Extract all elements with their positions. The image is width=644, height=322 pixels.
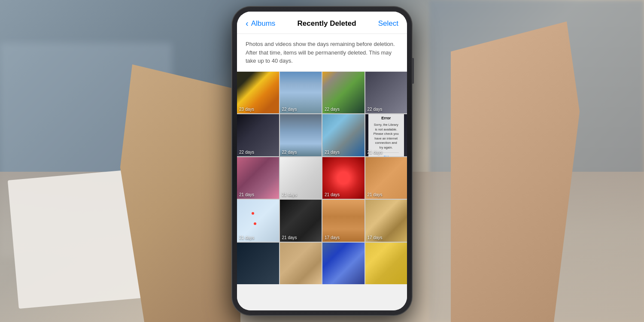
photo-thumbnail-19 — [322, 243, 365, 285]
photo-thumbnail-11: 21 days — [322, 157, 365, 199]
day-label-16: 17 days — [368, 235, 383, 240]
photo-item-12[interactable]: 21 days — [365, 157, 407, 199]
day-label-5: 22 days — [239, 150, 254, 155]
photo-thumbnail-17 — [237, 243, 279, 285]
back-label: Albums — [251, 19, 276, 28]
chevron-left-icon: ‹ — [246, 18, 249, 28]
photo-thumbnail-2: 22 days — [280, 72, 322, 114]
day-label-15: 17 days — [325, 235, 340, 240]
photo-item-19[interactable] — [322, 243, 365, 285]
photo-thumbnail-3: 22 days — [322, 72, 365, 114]
photo-thumbnail-14: 21 days — [280, 200, 322, 242]
photo-item-20[interactable] — [365, 243, 407, 285]
photo-thumbnail-8: Network Error Sorry, the Library is not … — [365, 114, 407, 156]
select-button[interactable]: Select — [378, 19, 398, 28]
map-pin-1 — [252, 212, 254, 215]
phone-device: ‹ Albums Recently Deleted Select Photos … — [232, 6, 412, 316]
phone-screen: ‹ Albums Recently Deleted Select Photos … — [237, 12, 407, 310]
day-label-14: 21 days — [282, 235, 297, 240]
photo-item-17[interactable] — [237, 243, 279, 285]
day-label-7: 21 days — [325, 150, 340, 155]
photo-item-6[interactable]: 22 days — [280, 114, 322, 156]
photo-thumbnail-18 — [280, 243, 322, 285]
photo-thumbnail-20 — [365, 243, 407, 285]
photo-item-14[interactable]: 21 days — [280, 200, 322, 242]
photo-item-3[interactable]: 22 days — [322, 72, 365, 114]
photo-thumbnail-6: 22 days — [280, 114, 322, 156]
photo-thumbnail-12: 21 days — [365, 157, 407, 199]
info-text: Photos and videos show the days remainin… — [237, 34, 407, 72]
day-label-4: 22 days — [368, 107, 383, 112]
day-label-8: 21 days — [368, 150, 383, 155]
navigation-bar: ‹ Albums Recently Deleted Select — [237, 12, 407, 34]
day-label-11: 21 days — [325, 192, 340, 197]
back-button[interactable]: ‹ Albums — [246, 18, 275, 28]
photo-item-18[interactable] — [280, 243, 322, 285]
day-label-13: 21 days — [239, 235, 254, 240]
photo-thumbnail-1: 23 days — [237, 72, 279, 114]
photo-item-13[interactable]: 21 days — [237, 200, 279, 242]
photo-item-4[interactable]: 22 days — [365, 72, 407, 114]
photo-item-8[interactable]: Network Error Sorry, the Library is not … — [365, 114, 407, 156]
phone-wrapper: ‹ Albums Recently Deleted Select Photos … — [232, 6, 412, 316]
photo-item-1[interactable]: 23 days — [237, 72, 279, 114]
photo-thumbnail-13: 21 days — [237, 200, 279, 242]
day-label-12: 21 days — [368, 192, 383, 197]
photo-thumbnail-15: 17 days — [322, 200, 365, 242]
photo-item-2[interactable]: 22 days — [280, 72, 322, 114]
day-label-3: 22 days — [325, 107, 340, 112]
photo-item-16[interactable]: 17 days — [365, 200, 407, 242]
photo-item-15[interactable]: 17 days — [322, 200, 365, 242]
day-label-2: 22 days — [282, 107, 297, 112]
photo-thumbnail-5: 22 days — [237, 114, 279, 156]
hand-left — [120, 64, 240, 322]
photo-grid: 23 days 22 days 22 days — [237, 72, 407, 311]
photo-thumbnail-4: 22 days — [365, 72, 407, 114]
photo-thumbnail-16: 17 days — [365, 200, 407, 242]
map-pin-2 — [254, 222, 256, 225]
grid-container: 23 days 22 days 22 days — [237, 72, 407, 285]
photo-item-11[interactable]: 21 days — [322, 157, 365, 199]
day-label-1: 23 days — [239, 107, 254, 112]
photo-item-7[interactable]: 21 days — [322, 114, 365, 156]
network-error-message: Sorry, the Library is not available. Ple… — [374, 123, 399, 150]
day-label-10: 21 days — [282, 192, 297, 197]
page-title: Recently Deleted — [298, 19, 356, 28]
photo-item-5[interactable]: 22 days — [237, 114, 279, 156]
photo-item-10[interactable]: 21 days — [280, 157, 322, 199]
network-error-title: Network Error — [374, 114, 399, 121]
day-label-6: 22 days — [282, 150, 297, 155]
photo-thumbnail-7: 21 days — [322, 114, 365, 156]
day-label-9: 21 days — [239, 192, 254, 197]
photo-thumbnail-10: 21 days — [280, 157, 322, 199]
photo-item-9[interactable]: 21 days — [237, 157, 279, 199]
photo-thumbnail-9: 21 days — [237, 157, 279, 199]
